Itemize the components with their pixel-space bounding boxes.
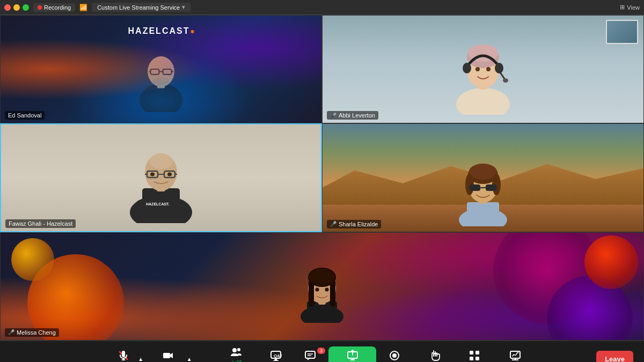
sharla-avatar bbox=[453, 141, 513, 226]
svg-rect-77 bbox=[475, 357, 479, 360]
toolbar: Unmute ▲ Stop Video ▲ ▲ 16 Participants bbox=[0, 341, 644, 362]
svg-rect-74 bbox=[470, 351, 473, 354]
svg-text:Q&A: Q&A bbox=[274, 353, 282, 358]
traffic-lights bbox=[4, 4, 29, 11]
svg-rect-42 bbox=[486, 184, 496, 191]
participants-icon bbox=[230, 346, 242, 358]
fawaz-name: Fawaz Ghali - Hazelcast bbox=[9, 220, 72, 227]
maximize-button[interactable] bbox=[23, 4, 29, 11]
record-icon bbox=[389, 350, 400, 361]
melissa-muted-icon: 🎤 bbox=[8, 329, 14, 335]
abbi-name: Abbi Leverton bbox=[339, 112, 375, 119]
svg-point-61 bbox=[232, 348, 237, 352]
svg-point-19 bbox=[486, 67, 491, 71]
streaming-dropdown-icon: ▾ bbox=[182, 4, 185, 11]
svg-point-73 bbox=[392, 353, 397, 358]
svg-point-55 bbox=[325, 287, 329, 291]
share-screen-icon bbox=[347, 350, 358, 361]
fawaz-label: Fawaz Ghali - Hazelcast bbox=[5, 219, 76, 228]
svg-point-31 bbox=[150, 172, 155, 176]
svg-point-14 bbox=[463, 63, 471, 73]
svg-rect-60 bbox=[163, 353, 170, 358]
qa-button[interactable]: Q&A Q&A bbox=[260, 346, 292, 363]
abbi-label: 🎤 Abbi Leverton bbox=[327, 111, 378, 120]
video-icon bbox=[162, 350, 174, 361]
minimize-button[interactable] bbox=[13, 4, 20, 11]
sharla-name: Sharla Elizalde bbox=[339, 221, 378, 227]
mute-icon bbox=[118, 350, 129, 361]
grid-icon: ⊞ bbox=[620, 4, 625, 11]
svg-rect-57 bbox=[122, 351, 125, 357]
ed-name: Ed Sandoval bbox=[8, 112, 41, 119]
chat-icon bbox=[304, 350, 316, 361]
svg-point-17 bbox=[503, 78, 508, 83]
close-button[interactable] bbox=[4, 4, 11, 11]
svg-rect-75 bbox=[475, 351, 479, 354]
participants-button[interactable]: ▲ 16 Participants bbox=[215, 343, 258, 362]
whiteboards-button[interactable]: Whiteboards bbox=[493, 346, 538, 363]
chat-badge: 3 bbox=[317, 348, 325, 354]
video-tile-sharla: 🎤 Sharla Elizalde bbox=[322, 123, 644, 232]
svg-rect-3 bbox=[150, 69, 159, 75]
svg-rect-41 bbox=[470, 184, 480, 191]
svg-rect-1 bbox=[157, 79, 165, 88]
recording-label: Recording bbox=[44, 4, 71, 11]
view-label: View bbox=[627, 4, 640, 11]
raise-hand-button[interactable]: Raise Hand bbox=[413, 346, 456, 363]
svg-point-0 bbox=[140, 84, 182, 112]
sharla-label: 🎤 Sharla Elizalde bbox=[327, 220, 381, 228]
view-button[interactable]: ⊞ View bbox=[620, 4, 640, 11]
video-tile-ed: HAZELCAST Ed Sandoval bbox=[0, 15, 322, 123]
melissa-label: 🎤 Melissa Cheng bbox=[5, 328, 59, 337]
video-tile-abbi: 🎤 Abbi Leverton bbox=[322, 15, 644, 123]
hazelcast-logo: HAZELCAST bbox=[128, 26, 194, 36]
svg-rect-78 bbox=[510, 351, 520, 358]
whiteboards-icon bbox=[509, 350, 521, 361]
ed-label: Ed Sandoval bbox=[5, 111, 45, 120]
abbi-muted-icon: 🎤 bbox=[330, 113, 336, 119]
apps-icon bbox=[469, 350, 480, 361]
chat-button[interactable]: 3 Chat bbox=[294, 346, 326, 363]
svg-point-38 bbox=[469, 164, 497, 180]
wifi-icon: 📶 bbox=[79, 4, 87, 11]
svg-point-62 bbox=[237, 348, 240, 351]
qa-icon: Q&A bbox=[270, 350, 282, 361]
svg-rect-52 bbox=[330, 280, 335, 307]
svg-text:HAZELCAST.: HAZELCAST. bbox=[146, 202, 170, 206]
svg-point-53 bbox=[309, 269, 335, 286]
unmute-caret[interactable]: ▲ bbox=[138, 356, 143, 362]
svg-point-8 bbox=[152, 77, 170, 85]
sharla-muted-icon: 🎤 bbox=[330, 221, 336, 227]
video-tile-fawaz: HAZELCAST. Fawaz Ghali - bbox=[0, 123, 322, 232]
svg-point-2 bbox=[148, 56, 174, 87]
video-area: HAZELCAST Ed Sandoval bbox=[0, 15, 644, 341]
video-caret[interactable]: ▲ bbox=[187, 356, 192, 362]
svg-point-18 bbox=[475, 67, 480, 71]
apps-button[interactable]: Apps bbox=[458, 346, 491, 363]
svg-rect-76 bbox=[470, 357, 473, 360]
streaming-label: Custom Live Streaming Service bbox=[97, 4, 180, 11]
melissa-name: Melissa Cheng bbox=[17, 329, 56, 336]
svg-rect-34 bbox=[467, 202, 499, 224]
record-button[interactable]: Record bbox=[378, 346, 411, 363]
participants-count: ▲ 16 bbox=[230, 359, 241, 362]
video-tile-melissa: 🎤 Melissa Cheng bbox=[0, 232, 644, 341]
recording-badge: Recording bbox=[33, 3, 75, 12]
title-bar: Recording 📶 Custom Live Streaming Servic… bbox=[0, 0, 644, 15]
svg-point-25 bbox=[149, 154, 173, 169]
svg-point-9 bbox=[456, 88, 510, 115]
svg-point-32 bbox=[167, 172, 172, 176]
leave-button[interactable]: Leave bbox=[596, 351, 633, 362]
svg-point-54 bbox=[316, 287, 319, 291]
svg-rect-51 bbox=[309, 280, 314, 307]
abbi-avatar bbox=[448, 21, 518, 115]
fawaz-avatar: HAZELCAST. bbox=[123, 124, 199, 223]
melissa-avatar bbox=[295, 248, 349, 323]
svg-rect-65 bbox=[305, 351, 315, 358]
streaming-badge[interactable]: Custom Live Streaming Service ▾ bbox=[92, 3, 191, 12]
recording-dot bbox=[38, 5, 42, 10]
share-screen-button[interactable]: Share Screen bbox=[328, 346, 376, 363]
svg-rect-4 bbox=[163, 69, 172, 75]
unmute-button[interactable]: Unmute bbox=[106, 346, 140, 363]
stop-video-button[interactable]: Stop Video bbox=[148, 346, 189, 363]
